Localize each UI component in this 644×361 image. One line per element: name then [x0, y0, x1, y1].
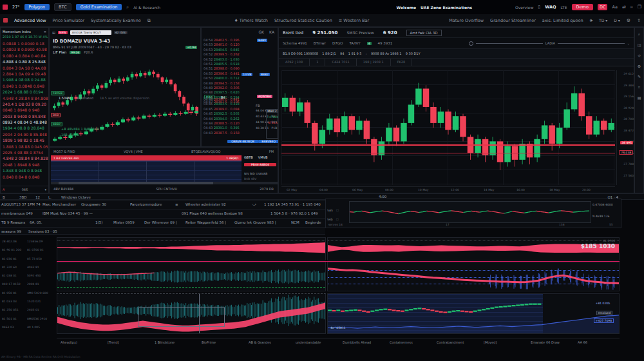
watchlist-row[interactable]: 2004 2 04.90 8 85.848 [1, 132, 48, 137]
watchlist-row[interactable]: 0.0848 1 0.0040 0.18 [1, 41, 48, 46]
overview-checkbox-2[interactable]: S4b ☐ [327, 211, 339, 223]
status-cell[interactable]: Mister 0959 [113, 220, 135, 224]
font-size-button[interactable]: Aa [612, 5, 617, 10]
watchlist-row[interactable]: 1809 1 98 82 0 18.45 [1, 137, 48, 143]
status-cell[interactable]: 1(5) [95, 220, 102, 224]
trade-row[interactable]: 04:44 28388.5 · 0.120 [204, 121, 255, 126]
watchlist-row[interactable]: 0.848 8 84 8 0.848 [1, 174, 48, 180]
sub-candle-chart[interactable] [52, 100, 199, 146]
indicator-R2[interactable] [327, 262, 620, 291]
horizontal-scrollbar[interactable] [51, 182, 278, 184]
indicator-R1[interactable]: AL 0906 $185 1030 [327, 237, 620, 260]
tab-btc[interactable]: BTC [54, 3, 71, 11]
dc-button[interactable]: DC [598, 4, 608, 10]
trade-row[interactable]: 04:51 28405.5 · 0.518 [204, 62, 277, 66]
trade-row[interactable]: 04:49 28394.5 · 0.158 [204, 81, 277, 86]
d-dropdown[interactable]: D ▾ [614, 18, 620, 23]
trade-row[interactable]: 04:43 28391.0 · 0.395 [204, 126, 255, 130]
status-cell[interactable]: Groupware 30 [81, 202, 106, 206]
trade-row[interactable]: 04:50 28400.0 · 0.712 [204, 76, 277, 81]
rail-icon[interactable]: ⟐ [638, 53, 641, 58]
western-bar-menu[interactable]: ≡ Western Bar [339, 18, 369, 23]
gold-examination-button[interactable]: Gold Examination [76, 4, 122, 10]
status-cell[interactable]: Reiter Wappenfeld 56 | [185, 220, 226, 224]
status-cell[interactable]: Begierde [305, 220, 321, 224]
overview-chart[interactable] [349, 201, 591, 223]
status-cell[interactable]: TB 9 Reasons [1, 220, 25, 224]
copy-icon[interactable]: ⧉ [147, 18, 151, 23]
phone-icon[interactable]: ▯ [538, 5, 540, 10]
trade-row[interactable]: 04:51 28398.0 · 0.090 [204, 66, 277, 71]
swap-icon[interactable]: ⇄ [622, 5, 626, 10]
status-cell[interactable]: Max: Merchandiser [43, 202, 76, 206]
interval-chip-2[interactable]: B4B2 [260, 73, 270, 76]
interval-chip-1[interactable]: 1mVB [242, 73, 252, 76]
status-cell[interactable]: membranous 049 [1, 211, 33, 215]
indicator-L2[interactable] [57, 262, 326, 291]
watchlist-menu-icon[interactable]: ≡ [44, 30, 46, 34]
status-cell[interactable]: IBM Most Nov 034 45 · 99 — [43, 211, 93, 215]
col-header-4[interactable]: PM [269, 150, 274, 153]
watchlist-row[interactable]: 2.804 1 0A 09 4 09.48 [1, 71, 48, 77]
polygon-button[interactable]: Polygon [24, 4, 50, 10]
td-dropdown[interactable]: TD ▾ [599, 18, 607, 23]
symbol-input[interactable]: Amtrak Tawny BCuY [70, 30, 111, 35]
chevron-down-icon[interactable]: ▾ [44, 188, 46, 191]
watchlist-row[interactable]: 0.0803 8 0.0900 40.98 [1, 46, 48, 52]
status-cell[interactable]: 1 504.5 8 · 976 92.0 1 049 [270, 211, 317, 215]
advanced-view-menu[interactable]: Advanced View [14, 18, 46, 23]
watchlist-row[interactable]: 4.848 2 08.84 8 84.828 [1, 155, 48, 161]
gear-icon[interactable]: ⚙ [627, 18, 630, 23]
price-axis[interactable]: 29 61229 38429 15628 92828 70028 47228 2… [616, 70, 635, 185]
submit-button-1[interactable]: QBAVB 4B2BQB [227, 140, 258, 143]
status-cell[interactable]: ⤻ [252, 202, 256, 207]
status-cell[interactable]: NCM [291, 220, 299, 224]
watchlist-row[interactable]: 2048 1 8948 8 948 [1, 162, 48, 168]
rail-icon[interactable]: ⌕ [638, 32, 640, 37]
scrollbar-thumb[interactable] [59, 182, 213, 184]
selection-box[interactable] [138, 307, 225, 326]
tab-1[interactable]: 3BD [19, 195, 27, 199]
trades-header-gk[interactable]: GK [258, 30, 264, 34]
caution-menu[interactable]: Structured Statistic Caution [274, 18, 332, 23]
watchlist-row[interactable]: 2003 8 9400 0 84.848 [1, 113, 48, 119]
grandeur-menu[interactable]: Grandeur Streamliner [490, 18, 536, 23]
indicator-R3[interactable]: 4x^05011 +81 020b resolved +427 7098 [327, 293, 620, 334]
watchlist-row[interactable]: 2024 1 68.88 0 8194 [1, 89, 48, 95]
status-cell[interactable]: 091 Plaza 640 wellness Bestow 98 [182, 211, 243, 215]
col-header-3[interactable]: BTQEUAVAVQUOQ [191, 150, 220, 153]
trade-row[interactable]: 04:53 28404.5 · 0.845 [204, 48, 277, 52]
col-header-2[interactable]: VQV4 | VME [124, 150, 143, 153]
watchlist-row[interactable]: 4.948 4 28.84 8 84.808 [1, 95, 48, 101]
watchlist-tab-a[interactable]: A [3, 188, 5, 191]
order-chip[interactable]: B4BV [257, 39, 267, 42]
indicator-L3[interactable] [57, 293, 326, 334]
schema-dropdown[interactable]: Schema 4991 [283, 41, 307, 45]
tab-3[interactable]: L. [48, 195, 52, 199]
tab-windows-octave[interactable]: Windows Octave [61, 195, 91, 199]
status-cell[interactable]: Gizmo lek Groove 983 | [234, 220, 276, 224]
watchlist-row[interactable]: 1984 4 08.8 8 28.848 [1, 125, 48, 131]
price-level-line-1[interactable] [281, 144, 615, 146]
ai-research-menu[interactable]: AI & Research [133, 5, 160, 10]
tab-2[interactable]: 12 [35, 195, 40, 199]
timeline-slider[interactable]: LADIA ⌄ [469, 41, 630, 46]
price-level-line-2[interactable] [281, 153, 615, 153]
rail-icon[interactable]: ◫ [638, 43, 641, 47]
timers-watch-menu[interactable]: ♦ Timers Watch [234, 18, 268, 23]
quantity-stepper[interactable]: MAX 2 +4TB04 -4TB1A [266, 109, 278, 139]
status-cell[interactable]: Sessions 03 · 05 [28, 229, 57, 233]
window-icon[interactable]: ❐ [638, 5, 641, 10]
column-strip-cell[interactable]: FK28 [391, 59, 413, 66]
R3-label-3[interactable]: +427 7098 [594, 318, 614, 323]
speaker-icon[interactable]: 🕪 [590, 18, 592, 23]
R3-label-2[interactable]: resolved [596, 311, 612, 315]
watchlist-row[interactable]: 9.080 4 0.804 0 40.84 [1, 53, 48, 59]
trade-row[interactable]: 04:44 28394.0 · 0.262 [204, 117, 255, 121]
search-icon[interactable]: ⌕ [126, 5, 129, 10]
print-alert-button[interactable]: PB44-A4B04 [244, 163, 276, 166]
taivy-toggle[interactable]: TA/IVY [349, 41, 360, 45]
trade-row[interactable]: 04:45 28389.0 · 0.084 [204, 107, 255, 112]
interval-chip[interactable]: 42 (GG) [114, 31, 128, 34]
trade-row[interactable]: 04:46 28393.5 · 0.318 [204, 102, 255, 106]
